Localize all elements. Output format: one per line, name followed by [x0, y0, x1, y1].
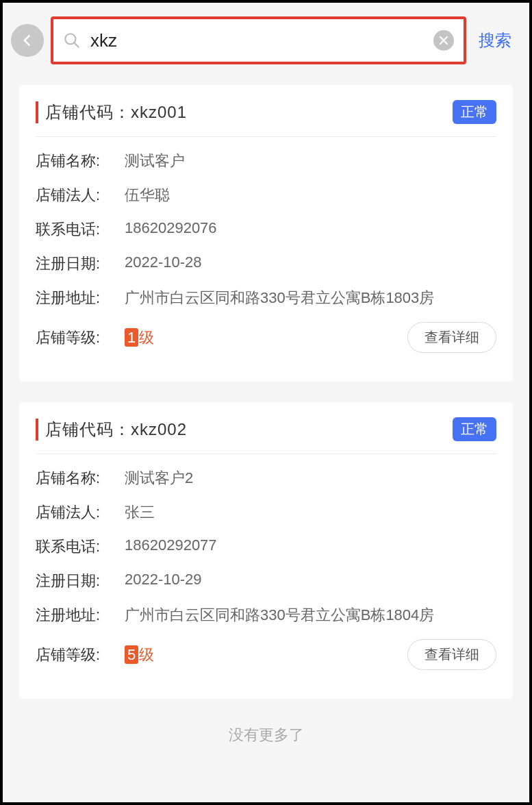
store-level: 1级: [125, 327, 154, 348]
code-label: 店铺代码：: [45, 103, 131, 121]
search-box: [51, 16, 466, 64]
chevron-left-icon: [21, 34, 34, 47]
search-input[interactable]: [90, 30, 433, 51]
store-name: 测试客户2: [125, 468, 496, 488]
close-icon: [439, 36, 448, 45]
field-label: 联系电话:: [36, 536, 125, 557]
store-phone: 18620292076: [125, 219, 496, 237]
field-label: 联系电话:: [36, 219, 125, 240]
status-badge: 正常: [453, 417, 496, 441]
detail-button[interactable]: 查看详细: [407, 639, 496, 670]
field-label: 注册日期:: [36, 253, 125, 274]
field-label: 店铺名称:: [36, 468, 125, 488]
field-label: 店铺等级:: [36, 327, 125, 348]
store-code: 店铺代码：xkz002: [36, 419, 187, 441]
svg-line-1: [74, 42, 79, 47]
field-label: 注册地址:: [36, 605, 125, 626]
store-level: 5级: [125, 645, 154, 665]
field-label: 注册日期:: [36, 571, 125, 591]
store-code: 店铺代码：xkz001: [36, 101, 187, 123]
detail-button[interactable]: 查看详细: [407, 322, 496, 353]
field-label: 店铺法人:: [36, 502, 125, 523]
top-bar: 搜索: [3, 3, 529, 73]
search-button[interactable]: 搜索: [466, 29, 521, 51]
field-label: 店铺法人:: [36, 185, 125, 206]
no-more-text: 没有更多了: [19, 719, 513, 755]
store-regdate: 2022-10-29: [125, 571, 496, 589]
store-regdate: 2022-10-28: [125, 253, 496, 271]
store-card: 店铺代码：xkz002 正常 店铺名称:测试客户2 店铺法人:张三 联系电话:1…: [19, 402, 513, 699]
store-address: 广州市白云区同和路330号君立公寓B栋1804房: [125, 605, 496, 626]
status-badge: 正常: [453, 100, 496, 124]
clear-button[interactable]: [433, 30, 454, 51]
store-name: 测试客户: [125, 151, 496, 171]
back-button[interactable]: [11, 24, 44, 57]
code-value: xkz001: [131, 103, 187, 121]
store-legal: 伍华聪: [125, 185, 496, 206]
field-label: 店铺名称:: [36, 151, 125, 171]
store-legal: 张三: [125, 502, 496, 523]
code-label: 店铺代码：: [45, 420, 131, 438]
store-phone: 18620292077: [125, 536, 496, 554]
store-list: 店铺代码：xkz001 正常 店铺名称:测试客户 店铺法人:伍华聪 联系电话:1…: [3, 73, 529, 802]
search-icon: [63, 32, 81, 49]
store-card: 店铺代码：xkz001 正常 店铺名称:测试客户 店铺法人:伍华聪 联系电话:1…: [19, 85, 513, 382]
code-value: xkz002: [131, 420, 187, 438]
field-label: 店铺等级:: [36, 645, 125, 665]
store-address: 广州市白云区同和路330号君立公寓B栋1803房: [125, 288, 496, 308]
field-label: 注册地址:: [36, 288, 125, 308]
